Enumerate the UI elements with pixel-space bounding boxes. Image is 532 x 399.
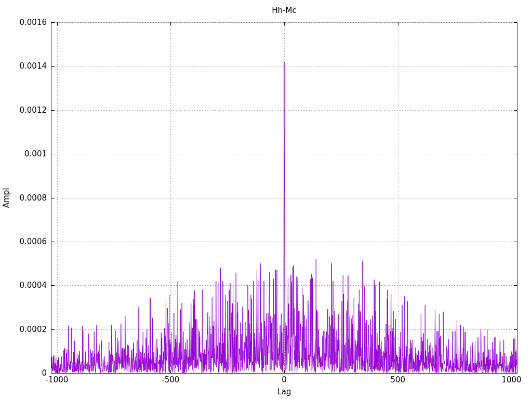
- y-tick-label: 0.0008: [9, 193, 47, 203]
- y-tick-label: 0.0014: [9, 61, 47, 71]
- plot-canvas: [0, 0, 532, 399]
- x-tick-label: -1000: [36, 375, 78, 384]
- chart-title: Hh-Mc: [51, 6, 517, 15]
- x-tick-label: -500: [150, 375, 191, 384]
- chart: Hh-Mc Ampl Lag 00.00020.00040.00060.0008…: [0, 0, 532, 399]
- x-tick-label: 1000: [491, 375, 532, 384]
- x-tick-label: 0: [263, 375, 305, 384]
- y-tick-label: 0.0006: [9, 237, 47, 246]
- y-tick-label: 0.001: [9, 149, 47, 158]
- y-tick-label: 0.0002: [9, 325, 47, 334]
- x-tick-label: 500: [377, 375, 419, 384]
- x-axis-title: Lag: [51, 387, 517, 396]
- y-tick-label: 0.0012: [9, 105, 47, 115]
- y-tick-label: 0.0004: [9, 281, 47, 290]
- y-tick-label: 0.0016: [9, 18, 47, 27]
